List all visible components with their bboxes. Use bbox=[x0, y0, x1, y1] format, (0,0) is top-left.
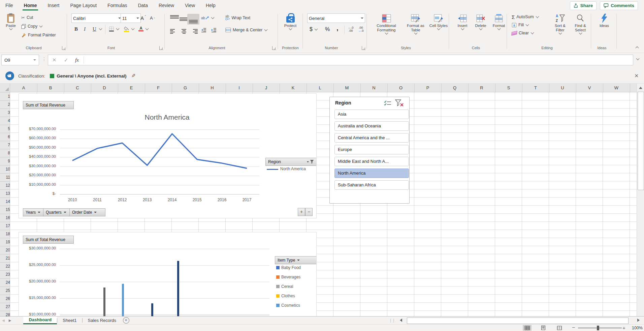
row-header-14[interactable]: 14 bbox=[0, 198, 10, 206]
ribbon-tab-data[interactable]: Data bbox=[132, 0, 153, 11]
slicer-item-north-america[interactable]: North America bbox=[334, 169, 409, 178]
slicer-item-australia-and-oceania[interactable]: Australia and Oceania bbox=[334, 121, 409, 131]
column-header-E[interactable]: E bbox=[118, 84, 145, 92]
column-header-W[interactable]: W bbox=[603, 84, 630, 92]
formula-bar-field[interactable]: ✕ ✓ fx bbox=[48, 55, 633, 65]
zoom-level[interactable]: 100% bbox=[629, 326, 643, 330]
revenue-bar-1[interactable] bbox=[103, 288, 105, 318]
scroll-left-arrow[interactable] bbox=[398, 319, 402, 322]
decrease-font-size-button[interactable]: Aˇ bbox=[149, 14, 156, 22]
decrease-decimal-button[interactable]: .00→.0 bbox=[357, 25, 365, 33]
column-header-J[interactable]: J bbox=[253, 84, 280, 92]
sheet-nav-left-arrow[interactable]: ◀ bbox=[0, 317, 7, 324]
sheet-nav-right-arrow[interactable]: ▶ bbox=[7, 317, 13, 324]
normal-view-button[interactable] bbox=[523, 325, 532, 331]
value-field-button[interactable]: Sum of Total Revenue bbox=[23, 101, 74, 109]
clear-button[interactable]: Clear bbox=[511, 29, 535, 37]
column-header-O[interactable]: O bbox=[387, 84, 415, 92]
row-header-17[interactable]: 17 bbox=[0, 222, 10, 230]
find-select-button[interactable]: Find & Select bbox=[571, 11, 590, 35]
legend-field-button-region[interactable]: Region bbox=[265, 158, 317, 166]
legend-field-button-item-type[interactable]: Item Type bbox=[275, 256, 317, 264]
row-header-20[interactable]: 20 bbox=[0, 246, 10, 254]
column-header-R[interactable]: R bbox=[468, 84, 495, 92]
page-break-preview-button[interactable] bbox=[555, 325, 564, 331]
autosum-button[interactable]: ΣAutoSum bbox=[511, 13, 540, 21]
page-layout-view-button[interactable] bbox=[539, 325, 548, 331]
region-slicer[interactable]: Region AsiaAustralia and OceaniaCentral … bbox=[329, 97, 410, 204]
orientation-button[interactable]: ab bbox=[200, 14, 215, 22]
ribbon-tab-view[interactable]: View bbox=[180, 0, 200, 11]
chart-title[interactable]: North America bbox=[144, 113, 189, 121]
wrap-text-button[interactable]: abc↩ Wrap Text bbox=[224, 14, 251, 22]
column-header-K[interactable]: K bbox=[280, 84, 307, 92]
paste-button[interactable]: Paste bbox=[3, 11, 19, 30]
row-header-9[interactable]: 9 bbox=[0, 157, 10, 166]
row-headers[interactable]: 1234567891011121314151617181920212223242… bbox=[0, 92, 10, 316]
sheet-tab-sales-records[interactable]: Sales Records bbox=[83, 317, 122, 324]
row-header-19[interactable]: 19 bbox=[0, 238, 10, 246]
ribbon-tab-review[interactable]: Review bbox=[153, 0, 180, 11]
copy-button[interactable]: Copy bbox=[20, 22, 43, 30]
decrease-indent-button[interactable] bbox=[200, 26, 207, 34]
italic-button[interactable]: I bbox=[83, 25, 87, 33]
row-header-25[interactable]: 25 bbox=[0, 287, 10, 295]
tabstrip-splitter-handle[interactable]: ⋮⋮ bbox=[389, 318, 398, 323]
row-header-23[interactable]: 23 bbox=[0, 270, 10, 279]
font-dialog-launcher[interactable] bbox=[159, 46, 163, 50]
column-header-F[interactable]: F bbox=[145, 84, 172, 92]
ribbon-tab-home[interactable]: Home bbox=[19, 0, 42, 11]
format-cells-button[interactable]: Format bbox=[490, 11, 507, 30]
insert-cells-button[interactable]: Insert bbox=[454, 11, 471, 30]
merge-center-button[interactable]: Merge & Center bbox=[224, 26, 268, 34]
row-header-27[interactable]: 27 bbox=[0, 303, 10, 311]
drill-down-plus-button[interactable]: + bbox=[298, 208, 305, 216]
name-box[interactable]: O9 bbox=[1, 55, 39, 65]
cell-styles-button[interactable]: Cell Styles bbox=[428, 11, 449, 30]
column-header-C[interactable]: C bbox=[64, 84, 91, 92]
expand-formula-bar-chevron[interactable] bbox=[636, 57, 640, 60]
close-classification-bar-icon[interactable]: ✕ bbox=[634, 73, 639, 79]
increase-indent-button[interactable] bbox=[210, 26, 218, 34]
row-header-15[interactable]: 15 bbox=[0, 206, 10, 214]
axis-field-button-order-date[interactable]: Order Date bbox=[69, 208, 105, 216]
format-as-table-button[interactable]: Format as Table bbox=[404, 11, 428, 35]
column-header-X[interactable]: X bbox=[630, 84, 637, 92]
row-header-22[interactable]: 22 bbox=[0, 262, 10, 271]
row-header-28[interactable]: 28 bbox=[0, 311, 10, 316]
number-format-combo[interactable]: General bbox=[307, 13, 365, 23]
drill-up-minus-button[interactable]: − bbox=[305, 208, 313, 216]
borders-button[interactable] bbox=[108, 25, 120, 33]
row-header-8[interactable]: 8 bbox=[0, 149, 10, 157]
fill-button[interactable]: Fill bbox=[511, 21, 530, 29]
row-header-11[interactable]: 11 bbox=[0, 173, 10, 182]
horizontal-scroll-thumb[interactable] bbox=[407, 318, 629, 324]
protect-button[interactable]: Protect bbox=[281, 11, 300, 30]
column-header-M[interactable]: M bbox=[333, 84, 361, 92]
column-header-H[interactable]: H bbox=[199, 84, 226, 92]
column-header-B[interactable]: B bbox=[37, 84, 64, 92]
zoom-in-button[interactable]: + bbox=[622, 325, 625, 331]
ribbon-tab-page-layout[interactable]: Page Layout bbox=[65, 0, 102, 11]
row-header-3[interactable]: 3 bbox=[0, 109, 10, 117]
sheet-tab-dashboard[interactable]: Dashboard bbox=[23, 317, 57, 324]
accounting-format-button[interactable]: $ bbox=[309, 25, 319, 33]
font-name-combo[interactable]: Calibri bbox=[71, 13, 123, 23]
revenue-bar-4[interactable] bbox=[177, 261, 179, 318]
percent-style-button[interactable]: % bbox=[324, 25, 331, 33]
cut-button[interactable]: ✂Cut bbox=[20, 13, 34, 22]
sort-filter-button[interactable]: AZ Sort & Filter bbox=[550, 11, 570, 35]
format-painter-button[interactable]: Format Painter bbox=[20, 31, 57, 39]
row-header-5[interactable]: 5 bbox=[0, 125, 10, 133]
formula-bar-drag-handle[interactable]: ⋮ bbox=[42, 56, 46, 62]
sheet-tab-sheet1[interactable]: Sheet1 bbox=[57, 317, 82, 324]
column-header-T[interactable]: T bbox=[522, 84, 549, 92]
slicer-item-asia[interactable]: Asia bbox=[334, 110, 409, 119]
font-size-combo[interactable]: 11 bbox=[121, 13, 141, 23]
row-header-21[interactable]: 21 bbox=[0, 254, 10, 263]
column-header-G[interactable]: G bbox=[172, 84, 199, 92]
column-headers[interactable]: ABCDEFGHIJKLMNOPQRSTUVWX bbox=[10, 84, 637, 92]
column-header-D[interactable]: D bbox=[91, 84, 118, 92]
row-header-16[interactable]: 16 bbox=[0, 214, 10, 222]
row-header-10[interactable]: 10 bbox=[0, 165, 10, 174]
